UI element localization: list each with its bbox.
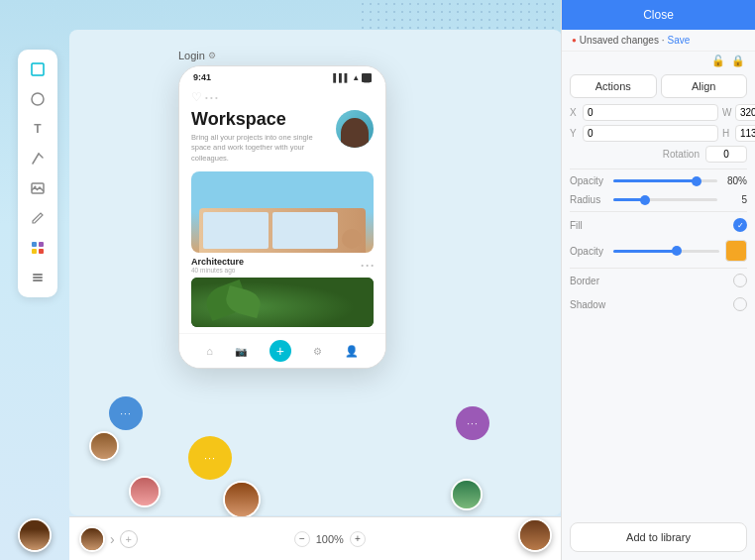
- nav-settings-icon: ⚙: [313, 346, 322, 357]
- hero-section: Workspace Bring all your projects into o…: [191, 110, 374, 164]
- opacity-fill: [613, 179, 697, 182]
- unsaved-changes-row: ● Unsaved changes · Save: [562, 30, 755, 52]
- card-footer: Architecture 40 minutes ago • • •: [191, 257, 374, 274]
- building: [199, 208, 366, 253]
- collab-avatar-bottom: [518, 518, 552, 552]
- heart-row: ♡ • • •: [191, 90, 374, 104]
- shadow-toggle[interactable]: [733, 297, 747, 311]
- rotation-input[interactable]: [705, 146, 747, 163]
- fill-opacity-fill: [613, 250, 677, 253]
- color-swatch[interactable]: [725, 240, 747, 262]
- fill-opacity-row: Opacity: [562, 238, 755, 268]
- fill-opacity-thumb[interactable]: [672, 246, 682, 256]
- svg-line-2: [33, 154, 39, 164]
- fill-opacity-slider[interactable]: [613, 250, 719, 253]
- zoom-section: − 100% +: [294, 531, 366, 547]
- w-field: W: [722, 104, 755, 121]
- toolbar-text-icon[interactable]: T: [24, 115, 52, 143]
- close-button[interactable]: Close: [643, 8, 674, 22]
- heart-icon: ♡: [191, 90, 202, 104]
- nav-fab[interactable]: +: [270, 340, 291, 362]
- collab-avatar-4: [451, 479, 483, 510]
- speech-bubble-blue: ···: [109, 396, 143, 430]
- toolbar-image-icon[interactable]: [24, 174, 52, 202]
- radius-row: Radius 5: [562, 192, 755, 211]
- y-input[interactable]: [583, 125, 718, 142]
- close-button-row[interactable]: Close: [562, 0, 755, 30]
- toolbar-layers-icon[interactable]: [24, 264, 52, 291]
- toolbar-pen-icon[interactable]: [24, 145, 52, 172]
- border-toggle[interactable]: [733, 274, 747, 287]
- radius-thumb[interactable]: [640, 195, 650, 205]
- card-time: 40 minutes ago: [191, 267, 244, 274]
- hero-text: Workspace Bring all your projects into o…: [191, 110, 330, 164]
- add-button[interactable]: +: [120, 530, 138, 548]
- x-input[interactable]: [583, 104, 718, 121]
- add-to-library-button[interactable]: Add to library: [570, 522, 747, 552]
- gear-icon: ⚙: [208, 51, 216, 60]
- svg-line-3: [39, 154, 43, 158]
- h-field: H: [722, 125, 755, 142]
- position-fields: X W Y H: [562, 102, 755, 146]
- card-title: Architecture: [191, 257, 244, 267]
- svg-rect-10: [33, 274, 43, 276]
- w-input[interactable]: [735, 104, 755, 121]
- leaves-card: [191, 278, 374, 327]
- panel-spacer: [562, 316, 755, 514]
- actions-tab[interactable]: Actions: [570, 74, 657, 98]
- collab-avatar-3: [129, 476, 161, 507]
- svg-rect-0: [32, 63, 44, 75]
- dome: [342, 229, 362, 249]
- battery-icon: ▓: [362, 73, 372, 82]
- fill-row: Fill ✓: [562, 212, 755, 238]
- phone-frame: 9:41 ▌▌▌ ▲ ▓ ♡ • • • Workspace: [178, 65, 386, 369]
- nav-user-icon: 👤: [345, 345, 359, 358]
- dots-icon: • • •: [205, 93, 218, 102]
- main-user-avatar: [18, 518, 52, 552]
- svg-rect-7: [39, 242, 44, 247]
- unsaved-dot: ●: [572, 36, 577, 45]
- opacity-thumb[interactable]: [692, 176, 701, 186]
- nav-camera-icon: 📷: [235, 346, 247, 357]
- window1: [203, 212, 269, 249]
- phone-title: Workspace: [191, 110, 330, 130]
- chevron-right-icon[interactable]: ›: [110, 531, 115, 547]
- radius-slider[interactable]: [613, 198, 717, 201]
- svg-rect-6: [32, 242, 37, 247]
- toolbar-circle-icon[interactable]: [24, 85, 52, 113]
- phone-bottom-nav: ⌂ 📷 + ⚙ 👤: [179, 333, 385, 368]
- collab-avatar-1: [89, 431, 119, 461]
- wifi-icon: ▲: [352, 73, 360, 82]
- toolbar-pencil-icon[interactable]: [24, 204, 52, 232]
- svg-rect-11: [33, 277, 43, 279]
- zoom-plus-button[interactable]: +: [350, 531, 366, 547]
- bottom-user-avatar: [79, 526, 105, 552]
- opacity-slider[interactable]: [613, 179, 717, 182]
- status-bar: 9:41 ▌▌▌ ▲ ▓: [179, 66, 385, 84]
- speech-bubble-yellow: ···: [188, 436, 232, 480]
- window2: [272, 212, 338, 249]
- avatar: [336, 110, 374, 148]
- toolbar-square-icon[interactable]: [24, 56, 52, 83]
- dot-pattern: [359, 0, 557, 30]
- phone-label: Login ⚙: [178, 50, 386, 61]
- left-toolbar: T: [18, 50, 57, 297]
- h-input[interactable]: [735, 125, 755, 142]
- canvas-area[interactable]: Login ⚙ 9:41 ▌▌▌ ▲ ▓ ♡ • • •: [69, 30, 562, 515]
- align-tab[interactable]: Align: [661, 74, 748, 98]
- toolbar-grid-icon[interactable]: [24, 234, 52, 262]
- unlock-icon: 🔓: [711, 55, 725, 67]
- opacity-value: 80%: [723, 175, 747, 186]
- collab-avatar-2: [223, 481, 261, 518]
- avatar-person: [341, 118, 369, 148]
- opacity-row: Opacity 80%: [562, 169, 755, 192]
- zoom-minus-button[interactable]: −: [294, 531, 310, 547]
- svg-rect-8: [32, 249, 37, 254]
- tabs-row: Actions Align: [562, 70, 755, 102]
- phone-container: Login ⚙ 9:41 ▌▌▌ ▲ ▓ ♡ • • •: [178, 50, 386, 369]
- card-menu-icon: • • •: [361, 261, 374, 270]
- fill-toggle[interactable]: ✓: [733, 218, 747, 232]
- y-field: Y: [570, 125, 718, 142]
- save-link[interactable]: Save: [667, 35, 690, 46]
- radius-value: 5: [723, 194, 747, 205]
